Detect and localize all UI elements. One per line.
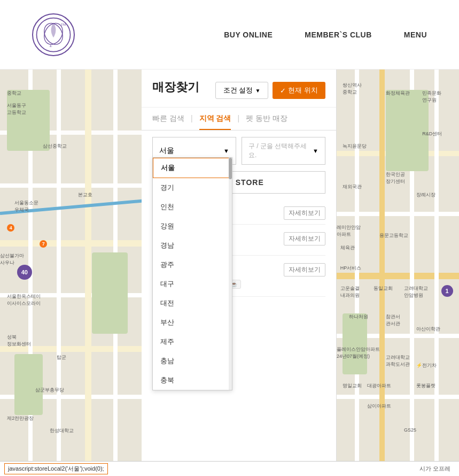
map-label-r20: 고려대학교과학도서관	[386, 354, 410, 368]
map-label: 삼선불가마사우나	[0, 252, 24, 266]
status-url: javascript:storeLocal2('서울');void(0);	[4, 463, 108, 474]
map-label-r19: 플레이스안암아파트24년07월(예정)	[337, 346, 380, 360]
tab-divider2: |	[237, 114, 239, 130]
map-background: 중학교 서울동구고등학교 삼선중학교 서울동소문우체국 삼선불가마사우나 서울한…	[0, 70, 142, 476]
map-label-r24: 롯봉플렛	[416, 382, 435, 389]
dropdown-item-gyeonggi[interactable]: 경기	[153, 178, 232, 197]
dropdown-item-gangwon[interactable]: 강원	[153, 217, 232, 236]
map-label: 성북정보화센터	[7, 334, 31, 348]
panel-header: 매장찾기 조건 설정 ▼ ✓ 현재 위치	[142, 70, 336, 108]
map-label-r3: 민족문화연구원	[422, 90, 441, 104]
map-pin-4[interactable]: 4	[7, 224, 14, 232]
dropdown-item-daejeon[interactable]: 대전	[153, 294, 232, 313]
dropdown-item-daegu[interactable]: 대구	[153, 274, 232, 294]
dropdown-item-incheon[interactable]: 인천	[153, 197, 232, 217]
map-label-r11: 체육관	[340, 244, 355, 251]
location-btn[interactable]: ✓ 현재 위치	[273, 82, 325, 99]
map-label-r4: 녹지윤문당	[343, 143, 367, 150]
dropdown-item-busan[interactable]: 부산	[153, 313, 232, 332]
dropdown-scrollbar	[229, 158, 232, 390]
map-label-r12: HP서비스	[340, 265, 362, 272]
map-left: 중학교 서울동구고등학교 삼선중학교 서울동소문우체국 삼선불가마사우나 서울한…	[0, 70, 142, 476]
map-label: 본교호	[78, 191, 92, 198]
map-label-r14: 동일교회	[374, 285, 393, 292]
district-select[interactable]: 구 / 군을 선택해주세요. ▼	[242, 137, 325, 165]
map-label-r16: 하나처원	[349, 313, 368, 320]
condition-btn[interactable]: 조건 설정 ▼	[215, 82, 269, 99]
map-label: 서울동소문우체국	[14, 199, 38, 213]
map-label-r26: GS25	[404, 427, 416, 433]
map-label-r6: 재외국관	[343, 183, 362, 190]
status-right: 시가 오프레	[419, 465, 450, 473]
region-selectors: 서울 ▼ 구 / 군을 선택해주세요. ▼ 서울 경기 인천 강원 경남 광주 …	[142, 130, 336, 171]
map-label-r1: 쌍신역사중학교	[343, 82, 362, 96]
tab-region[interactable]: 지역 검색	[199, 114, 231, 130]
map-label-r18: 아산이학관	[416, 326, 440, 333]
nav-members-club[interactable]: MEMBER`S CLUB	[305, 30, 372, 39]
map-label-r5: R&D센터	[422, 130, 442, 137]
map-label-r21: ⚡전기차	[416, 362, 437, 369]
store-panel: 매장찾기 조건 설정 ▼ ✓ 현재 위치 빠른 검색 | 지역 검색 | 펫 동…	[142, 70, 337, 476]
map-label-r25: 삼이아파트	[367, 403, 391, 410]
tab-quick[interactable]: 빠른 검색	[152, 114, 184, 130]
map-label: 한성대학교	[50, 427, 74, 434]
detail-btn[interactable]: 자세히보기	[284, 206, 325, 220]
svg-text:TM: TM	[61, 22, 66, 26]
dropdown-item-chungnam[interactable]: 충남	[153, 351, 232, 371]
map-pin-right-1[interactable]: 1	[441, 285, 453, 297]
main-content: 중학교 서울동구고등학교 삼선중학교 서울동소문우체국 삼선불가마사우나 서울한…	[0, 70, 459, 476]
map-label-r9: 레미안안암아파트	[337, 224, 361, 238]
detail-btn-3[interactable]: 자세히보기	[284, 263, 325, 277]
map-label-r22: 명일교회	[343, 382, 362, 389]
logo-area: TM &·	[32, 13, 75, 56]
tab-divider: |	[191, 114, 193, 130]
map-label-r7: 한국인공장기센터	[386, 171, 405, 185]
map-pin-40[interactable]: 40	[17, 265, 32, 280]
detail-btn[interactable]: 자세히보기	[284, 232, 325, 245]
map-label-r15: 고려대학교안암병원	[404, 285, 428, 299]
map-label-r8: 장례시장	[416, 191, 435, 198]
status-bar: javascript:storeLocal2('서울');void(0); 시가…	[0, 461, 459, 476]
chevron-down-icon: ▼	[223, 148, 229, 154]
dropdown-item-chungbuk[interactable]: 충북	[153, 371, 232, 390]
map-label-r2: 화정체육관	[386, 90, 410, 97]
map-right: 쌍신역사중학교 화정체육관 민족문화연구원 녹지윤문당 R&D센터 재외국관 한…	[337, 70, 459, 476]
map-label: 삼선중학교	[43, 143, 67, 150]
header: TM &· BUY ONLINE MEMBER`S CLUB MENU	[0, 0, 459, 70]
map-label: 서울한옥스테이이사이스모라이	[7, 293, 41, 307]
map-label-r17: 참관서관서관	[386, 313, 400, 327]
map-label: 탑군	[57, 354, 66, 361]
nav-menu[interactable]: MENU	[404, 30, 427, 39]
map-label-r23: 대광아파트	[367, 382, 391, 389]
location-icon: ✓	[280, 87, 286, 95]
svg-text:&·: &·	[50, 44, 52, 47]
map-label: 삼군부총무당	[35, 387, 64, 394]
nav-buy-online[interactable]: BUY ONLINE	[224, 30, 273, 39]
page-title: 매장찾기	[152, 79, 199, 95]
dropdown-item-seoul[interactable]: 서울	[153, 158, 232, 178]
dropdown-item-gwangju[interactable]: 광주	[153, 255, 232, 274]
logo: TM &·	[32, 13, 75, 56]
map-label-r10: 용문고등학교	[379, 232, 408, 239]
map-right-background: 쌍신역사중학교 화정체육관 민족문화연구원 녹지윤문당 R&D센터 재외국관 한…	[337, 70, 459, 476]
chevron-down-icon: ▼	[313, 148, 318, 154]
nav-links: BUY ONLINE MEMBER`S CLUB MENU	[224, 30, 427, 39]
scrollbar-thumb	[229, 158, 232, 179]
dropdown-item-jeju[interactable]: 제주	[153, 332, 232, 351]
chevron-down-icon: ▼	[255, 88, 260, 94]
map-label-r13: 고운솔결내과의원	[340, 285, 360, 299]
city-dropdown: 서울 경기 인천 강원 경남 광주 대구 대전 부산 제주 충남 충북	[152, 157, 232, 390]
tab-pet[interactable]: 펫 동반 매장	[246, 114, 287, 130]
dropdown-item-gyeongnam[interactable]: 경남	[153, 236, 232, 255]
map-label: 서울동구고등학교	[7, 102, 26, 116]
panel-controls: 조건 설정 ▼ ✓ 현재 위치	[215, 82, 325, 99]
map-label: 중학교	[7, 90, 21, 97]
map-label: 제2전만광장	[7, 415, 34, 422]
search-tabs: 빠른 검색 | 지역 검색 | 펫 동반 매장	[142, 108, 336, 130]
